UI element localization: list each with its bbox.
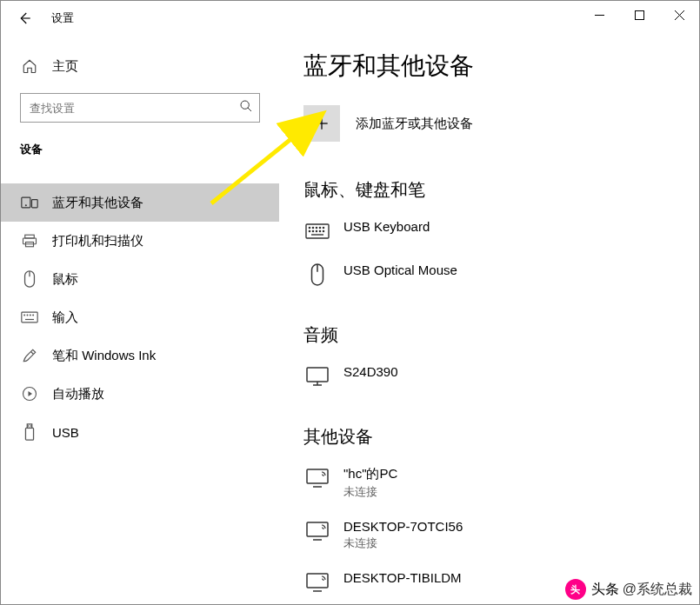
- printer-icon: [20, 231, 39, 250]
- nav-bluetooth-devices[interactable]: 蓝牙和其他设备: [1, 183, 279, 222]
- svg-point-33: [309, 230, 310, 231]
- svg-point-32: [323, 227, 323, 228]
- svg-point-4: [241, 101, 249, 109]
- device-name: USB Keyboard: [343, 219, 430, 234]
- nav-typing[interactable]: 输入: [1, 298, 279, 336]
- section-audio: 音频 S24D390: [303, 323, 699, 401]
- device-row[interactable]: USB Optical Mouse: [303, 256, 699, 299]
- nav-autoplay[interactable]: 自动播放: [1, 375, 279, 413]
- watermark-avatar: 头: [565, 579, 586, 600]
- add-device-button[interactable]: [303, 105, 340, 142]
- svg-rect-41: [307, 368, 328, 382]
- svg-rect-7: [32, 200, 38, 208]
- nav-label: 输入: [52, 309, 78, 326]
- svg-rect-22: [25, 428, 33, 440]
- section-mouse-keyboard: 鼠标、键盘和笔 USB Keyboard USB Optical Mouse: [303, 178, 699, 299]
- svg-point-35: [316, 230, 317, 231]
- device-row[interactable]: DESKTOP-7OTCI56 未连接: [303, 512, 699, 563]
- wireless-display-icon: [303, 519, 331, 543]
- main-panel: 蓝牙和其他设备 添加蓝牙或其他设备 鼠标、键盘和笔 USB Keyboard U…: [279, 36, 699, 605]
- devices-icon: [20, 193, 39, 212]
- watermark: 头 头条 @系统总裁: [560, 576, 697, 602]
- sidebar: 主页 设备 蓝牙和其他设备 打印机和扫描仪: [1, 36, 279, 605]
- nav-printers[interactable]: 打印机和扫描仪: [1, 222, 279, 260]
- minimize-icon: [595, 10, 604, 20]
- home-icon: [20, 57, 39, 76]
- nav-label: 打印机和扫描仪: [52, 233, 143, 249]
- device-status: 未连接: [343, 535, 463, 551]
- svg-line-5: [248, 108, 251, 111]
- device-name: USB Optical Mouse: [343, 263, 457, 277]
- svg-rect-44: [307, 469, 328, 483]
- nav-label: 笔和 Windows Ink: [52, 348, 156, 364]
- autoplay-icon: [20, 384, 39, 403]
- device-name: DESKTOP-7OTCI56: [343, 519, 463, 534]
- nav-usb[interactable]: USB: [1, 413, 279, 451]
- svg-point-30: [316, 227, 317, 228]
- svg-point-8: [25, 205, 26, 206]
- watermark-author: @系统总裁: [623, 581, 692, 599]
- add-device-label: 添加蓝牙或其他设备: [356, 116, 473, 132]
- nav-label: 鼠标: [52, 271, 78, 288]
- svg-point-15: [24, 315, 25, 316]
- section-title: 鼠标、键盘和笔: [303, 178, 699, 202]
- usb-icon: [20, 422, 39, 442]
- search-input[interactable]: [20, 93, 260, 123]
- arrow-left-icon: [17, 10, 32, 26]
- window-title: 设置: [51, 10, 74, 26]
- close-icon: [675, 10, 684, 20]
- device-status: 未连接: [343, 484, 397, 500]
- nav-label: 蓝牙和其他设备: [52, 195, 143, 211]
- nav-label: USB: [52, 425, 79, 440]
- svg-point-37: [323, 230, 323, 231]
- section-title: 音频: [303, 323, 699, 347]
- nav-pen[interactable]: 笔和 Windows Ink: [1, 336, 279, 375]
- mouse-icon: [303, 263, 331, 287]
- close-button[interactable]: [659, 1, 699, 29]
- svg-point-34: [312, 230, 313, 231]
- wireless-display-icon: [303, 466, 331, 490]
- maximize-button[interactable]: [619, 1, 659, 29]
- page-title: 蓝牙和其他设备: [303, 50, 699, 83]
- window-controls: [579, 1, 699, 29]
- keyboard-icon: [303, 219, 331, 243]
- keyboard-icon: [20, 308, 39, 327]
- device-row[interactable]: "hc"的PC 未连接: [303, 459, 699, 512]
- pen-icon: [20, 346, 39, 365]
- svg-rect-14: [22, 312, 37, 322]
- device-row[interactable]: S24D390: [303, 357, 699, 401]
- back-button[interactable]: [13, 7, 36, 30]
- titlebar: 设置: [1, 1, 699, 36]
- svg-point-28: [309, 227, 310, 228]
- home-link[interactable]: 主页: [1, 51, 279, 81]
- add-device-row[interactable]: 添加蓝牙或其他设备: [303, 105, 699, 142]
- svg-point-31: [319, 227, 320, 228]
- home-label: 主页: [52, 58, 78, 75]
- section-title: 其他设备: [303, 425, 699, 449]
- search-icon: [239, 99, 253, 116]
- svg-rect-46: [307, 522, 328, 536]
- wireless-display-icon: [303, 570, 331, 595]
- svg-point-29: [312, 227, 313, 228]
- device-row[interactable]: USB Keyboard: [303, 212, 699, 256]
- svg-point-18: [33, 315, 34, 316]
- svg-point-36: [319, 230, 320, 231]
- svg-rect-48: [307, 574, 328, 588]
- svg-point-17: [30, 315, 30, 316]
- svg-point-16: [27, 315, 28, 316]
- device-name: "hc"的PC: [343, 466, 397, 482]
- svg-rect-1: [635, 10, 643, 19]
- minimize-button[interactable]: [579, 1, 619, 29]
- monitor-icon: [303, 364, 331, 389]
- mouse-icon: [20, 269, 39, 289]
- svg-rect-10: [23, 238, 37, 244]
- search-box[interactable]: [20, 93, 260, 123]
- watermark-prefix: 头条: [591, 581, 619, 599]
- nav-label: 自动播放: [52, 386, 104, 402]
- category-title: 设备: [1, 138, 279, 166]
- maximize-icon: [635, 10, 644, 20]
- nav-mouse[interactable]: 鼠标: [1, 260, 279, 298]
- device-name: S24D390: [343, 364, 398, 379]
- nav-list: 蓝牙和其他设备 打印机和扫描仪 鼠标 输入: [1, 183, 279, 451]
- device-name: DESKTOP-TIBILDM: [343, 570, 462, 585]
